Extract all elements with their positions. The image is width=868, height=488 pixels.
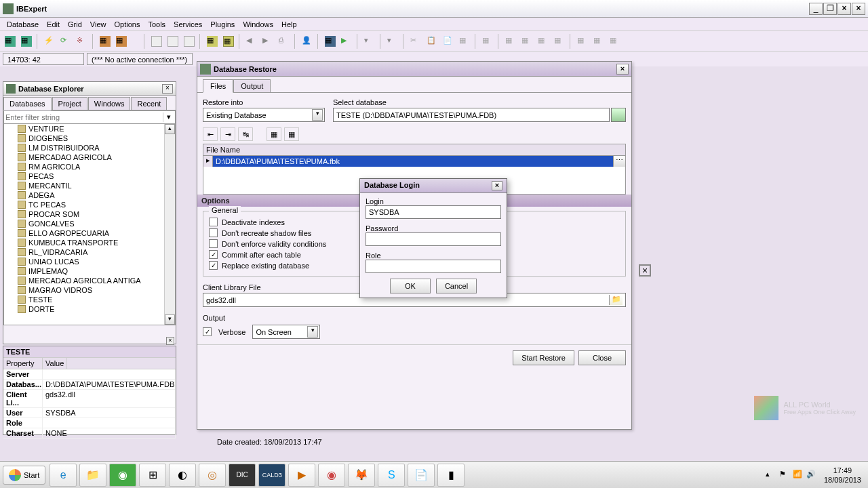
tb-monitor[interactable]: ▦ xyxy=(323,34,338,49)
tb-gr6[interactable]: ▦ xyxy=(591,34,606,49)
option-checkbox[interactable] xyxy=(209,239,218,248)
tb-gr1[interactable]: ▦ xyxy=(503,34,518,49)
menu-services[interactable]: Services xyxy=(170,19,206,30)
login-close-button[interactable]: × xyxy=(492,181,502,190)
tb-register-db[interactable]: ▦ xyxy=(19,34,34,49)
minimize-button[interactable]: _ xyxy=(809,3,823,15)
task-dic[interactable]: DIC xyxy=(229,464,256,487)
start-restore-button[interactable]: Start Restore xyxy=(513,350,574,365)
select-db-combo[interactable]: TESTE (D:\DBDATA\PUMA\TESTE\PUMA.FDB) xyxy=(333,108,610,122)
restore-close-button[interactable]: × xyxy=(616,64,629,75)
role-input[interactable] xyxy=(366,260,501,273)
client-lib-browse-button[interactable]: 📁 xyxy=(609,295,623,305)
tb-misc3[interactable]: 📄 xyxy=(441,34,456,49)
task-app1[interactable]: ⊞ xyxy=(139,464,166,487)
filter-dropdown-icon[interactable]: ▾ xyxy=(163,113,174,122)
file-browse-button[interactable]: ⋯ xyxy=(613,156,625,167)
tree-item[interactable]: UNIAO LUCAS xyxy=(4,257,175,266)
tree-item[interactable]: GONCALVES xyxy=(4,219,175,228)
output-mode-combo[interactable]: On Screen ▾ xyxy=(252,325,320,339)
tree-item[interactable]: PROCAR SOM xyxy=(4,209,175,219)
explorer-filter-input[interactable] xyxy=(5,113,163,122)
file-path-cell[interactable]: D:\DBDATA\PUMA\TESTE\PUMA.fbk xyxy=(213,156,613,167)
tb-misc1[interactable]: ✂ xyxy=(408,34,423,49)
tree-item[interactable]: MERCANTIL xyxy=(4,181,175,190)
dropdown-icon[interactable]: ▾ xyxy=(312,109,323,121)
task-app4[interactable]: ▮ xyxy=(437,464,465,487)
tb-gr7[interactable]: ▦ xyxy=(608,34,623,49)
outer-close-button[interactable]: × xyxy=(852,3,865,15)
verbose-checkbox[interactable] xyxy=(203,327,212,336)
login-ok-button[interactable]: OK xyxy=(390,279,431,293)
propgrid-close-button[interactable]: × xyxy=(166,337,174,345)
tb-gr5[interactable]: ▦ xyxy=(575,34,590,49)
tb-doc3[interactable] xyxy=(182,34,197,49)
password-input[interactable] xyxy=(366,232,501,246)
tb-run[interactable]: ▶ xyxy=(339,34,354,49)
menu-database[interactable]: Database xyxy=(3,19,43,30)
restore-into-combo[interactable]: Existing Database ▾ xyxy=(203,108,325,122)
task-ibexpert[interactable]: ◉ xyxy=(109,464,136,487)
menu-options[interactable]: Options xyxy=(111,19,144,30)
tb-new-db[interactable]: ▦ xyxy=(3,34,18,49)
tree-item[interactable]: RL_VIDRACARIA xyxy=(4,247,175,257)
tb-misc4[interactable]: ▦ xyxy=(457,34,472,49)
tree-item[interactable]: DIOGENES xyxy=(4,134,175,143)
tb-export[interactable]: ▦ xyxy=(205,34,220,49)
explorer-close-button[interactable]: × xyxy=(162,84,173,94)
tree-item[interactable]: RM AGRICOLA xyxy=(4,162,175,171)
tb-dd2[interactable]: ▾ xyxy=(385,34,400,49)
tree-item[interactable]: ADEGA xyxy=(4,190,175,200)
explorer-tab-databases[interactable]: Databases xyxy=(3,97,52,110)
option-checkbox[interactable] xyxy=(209,228,218,237)
tb-gr2[interactable]: ▦ xyxy=(519,34,534,49)
task-cald[interactable]: CALD3 xyxy=(258,464,285,487)
explorer-tab-windows[interactable]: Windows xyxy=(88,97,131,110)
task-ie[interactable]: e xyxy=(50,464,77,487)
close-button[interactable]: × xyxy=(837,3,851,15)
task-skype[interactable]: S xyxy=(378,464,405,487)
tb-refresh[interactable]: ⟳ xyxy=(58,34,73,49)
file-remove-button[interactable]: ⇥ xyxy=(220,127,235,141)
tree-item[interactable]: MERCADAO AGRICOLA ANTIGA xyxy=(4,276,175,285)
file-up-button[interactable]: ↹ xyxy=(238,127,253,141)
option-checkbox[interactable] xyxy=(209,218,218,226)
tray-arrow-icon[interactable]: ▴ xyxy=(766,470,776,481)
tree-item[interactable]: LM DISTRIBUIDORA xyxy=(4,143,175,152)
tree-item[interactable]: KUMBUCA TRANSPORTE xyxy=(4,238,175,247)
explorer-tab-recent[interactable]: Recent xyxy=(131,97,167,110)
tb-misc2[interactable]: 📋 xyxy=(425,34,439,49)
select-db-browse-button[interactable] xyxy=(611,108,626,122)
tb-print[interactable]: ⎙ xyxy=(277,34,292,49)
tray-network-icon[interactable]: 📶 xyxy=(793,470,804,481)
tree-item[interactable]: PECAS xyxy=(4,171,175,181)
explorer-tab-project[interactable]: Project xyxy=(52,97,87,110)
tree-item[interactable]: MAGRAO VIDROS xyxy=(4,285,175,295)
tb-script[interactable]: ▦ xyxy=(98,34,113,49)
menu-plugins[interactable]: Plugins xyxy=(206,19,239,30)
option-checkbox[interactable] xyxy=(209,250,218,259)
tb-user[interactable]: 👤 xyxy=(300,34,315,49)
tb-commit[interactable]: ※ xyxy=(75,34,90,49)
restore-tab-files[interactable]: Files xyxy=(203,79,233,93)
tree-item[interactable]: DORTE xyxy=(4,304,175,314)
tb-doc2[interactable] xyxy=(165,34,180,49)
login-input[interactable] xyxy=(366,205,501,219)
task-explorer[interactable]: 📁 xyxy=(79,464,106,487)
tb-connect[interactable]: ⚡ xyxy=(42,34,57,49)
system-clock[interactable]: 17:49 18/09/2013 xyxy=(824,466,861,485)
tb-doc1[interactable] xyxy=(149,34,164,49)
dropdown-icon[interactable]: ▾ xyxy=(307,326,318,338)
restore-close-btn[interactable]: Close xyxy=(578,350,626,365)
tree-item[interactable]: MERCADAO AGRICOLA xyxy=(4,152,175,162)
menu-edit[interactable]: Edit xyxy=(43,19,64,30)
file-add-button[interactable]: ⇤ xyxy=(203,127,218,141)
restore-button[interactable]: ❐ xyxy=(823,3,837,15)
task-app3[interactable]: ◉ xyxy=(318,464,345,487)
tray-flag-icon[interactable]: ⚑ xyxy=(779,470,790,481)
tb-misc5[interactable]: ▦ xyxy=(480,34,495,49)
menu-windows[interactable]: Windows xyxy=(239,19,277,30)
tray-volume-icon[interactable]: 🔊 xyxy=(806,470,817,481)
tree-item[interactable]: ELLO AGROPECUARIA xyxy=(4,228,175,238)
task-app2[interactable]: ◎ xyxy=(199,464,226,487)
